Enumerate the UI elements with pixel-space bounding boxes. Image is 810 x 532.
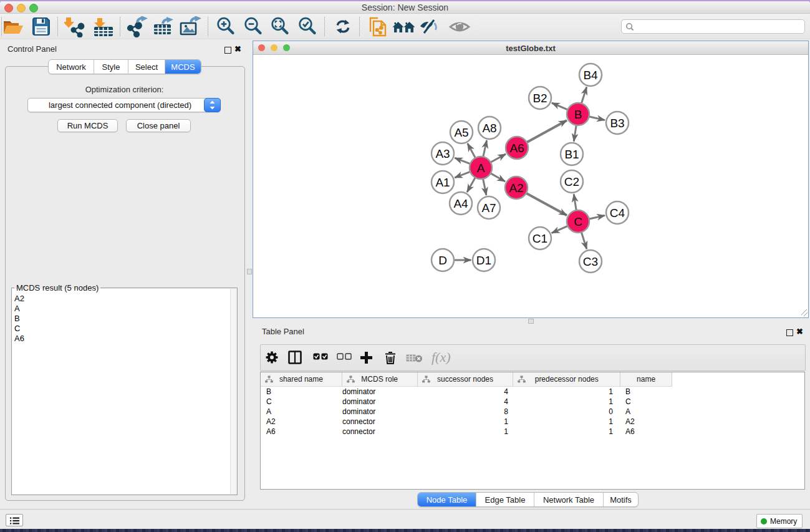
svg-text:C: C (574, 215, 582, 228)
svg-text:C4: C4 (610, 206, 625, 220)
svg-text:B3: B3 (610, 117, 624, 130)
svg-text:A: A (477, 162, 485, 175)
svg-text:C3: C3 (583, 255, 598, 268)
svg-text:A3: A3 (435, 147, 450, 160)
svg-text:A4: A4 (453, 197, 468, 210)
svg-text:C1: C1 (533, 232, 547, 245)
svg-text:A1: A1 (435, 176, 450, 189)
svg-text:D: D (438, 254, 447, 267)
svg-text:A7: A7 (481, 201, 496, 215)
svg-text:D1: D1 (476, 254, 491, 267)
svg-text:B2: B2 (533, 92, 547, 105)
svg-text:A5: A5 (454, 126, 468, 139)
svg-text:B4: B4 (583, 69, 598, 82)
svg-text:B1: B1 (564, 148, 579, 161)
svg-text:A2: A2 (509, 181, 523, 195)
svg-text:A6: A6 (509, 142, 524, 155)
svg-text:B: B (574, 108, 582, 121)
svg-text:A8: A8 (482, 122, 496, 135)
svg-text:C2: C2 (564, 175, 579, 188)
